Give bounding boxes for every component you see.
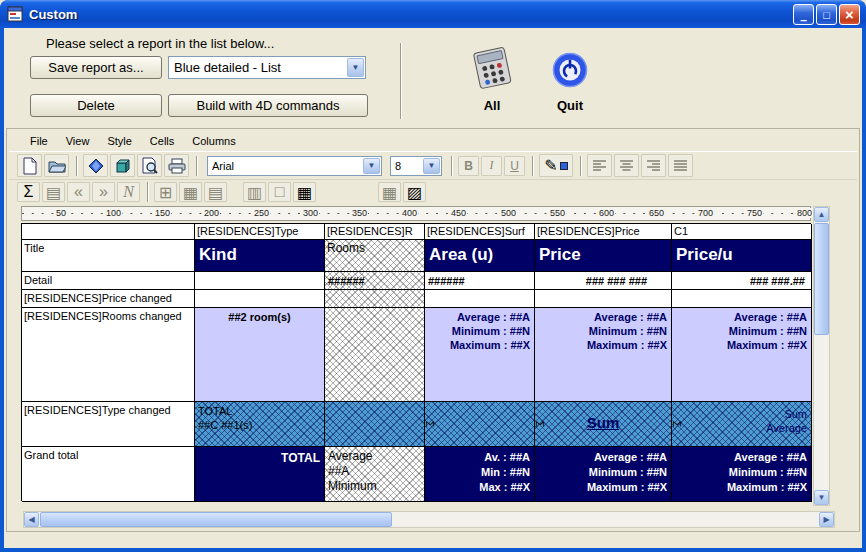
print-preview-button[interactable] (137, 154, 162, 177)
row-label-price-changed[interactable]: [RESIDENCES]Price changed (22, 290, 195, 308)
detail-price-cell[interactable]: ### ### ### (535, 272, 672, 290)
title-rooms-cell[interactable]: Rooms (325, 240, 425, 272)
column-header-price[interactable]: [RESIDENCES]Price (535, 224, 672, 240)
dropdown-arrow-icon[interactable]: ▼ (347, 58, 364, 77)
type-changed-area-cell[interactable]: Σ (425, 402, 535, 447)
rooms-changed-priceu-cell[interactable]: Average : ##A Minimum : ##N Maximum : ##… (672, 308, 812, 402)
row-label-title[interactable]: Title (22, 240, 195, 272)
maximize-button[interactable]: □ (816, 4, 837, 25)
delete-button[interactable]: Delete (30, 94, 162, 117)
scroll-left-icon[interactable]: ◀ (24, 512, 39, 527)
borders-all-button[interactable]: ⊞ (154, 182, 177, 202)
align-center-button[interactable] (614, 154, 639, 177)
stat-line: Minimum : ##N (676, 465, 807, 480)
price-changed-rooms-cell[interactable] (325, 290, 425, 308)
sum-button[interactable]: Σ (17, 182, 40, 202)
price-changed-type-cell[interactable] (195, 290, 325, 308)
rooms-changed-area-cell[interactable]: Average : ##A Minimum : ##N Maximum : ##… (425, 308, 535, 402)
new-document-button[interactable] (17, 154, 42, 177)
rooms-changed-rooms-cell[interactable] (325, 308, 425, 402)
grand-total-price-cell[interactable]: Average : ##A Minimum : ##N Maximum : ##… (535, 447, 672, 502)
title-priceu-cell[interactable]: Price/u (672, 240, 812, 272)
menu-view[interactable]: View (57, 132, 99, 151)
borders-outline-button[interactable]: □ (268, 182, 291, 202)
dropdown-arrow-icon[interactable]: ▼ (363, 158, 380, 174)
dropdown-arrow-icon[interactable]: ▼ (423, 158, 440, 174)
scroll-up-icon[interactable]: ▲ (814, 207, 829, 222)
column-header-c1[interactable]: C1 (672, 224, 812, 240)
type-changed-type-cell[interactable]: TOTAL ##C ##1(s) (195, 402, 325, 447)
grand-total-type-cell[interactable]: TOTAL (195, 447, 325, 502)
row-label-type-changed[interactable]: [RESIDENCES]Type changed (22, 402, 195, 447)
horizontal-scrollbar[interactable]: ◀ ▶ (23, 511, 835, 528)
column-header-surf[interactable]: [RESIDENCES]Surf (425, 224, 535, 240)
build-with-4d-commands-button[interactable]: Build with 4D commands (168, 94, 368, 117)
horizontal-scrollbar-thumb[interactable] (40, 512, 392, 527)
title-area-cell[interactable]: Area (u) (425, 240, 535, 272)
menu-columns[interactable]: Columns (183, 132, 244, 151)
detail-priceu-cell[interactable]: ### ###.## (672, 272, 812, 290)
gem-blue-button[interactable] (83, 154, 108, 177)
font-family-dropdown[interactable]: Arial ▼ (207, 156, 382, 176)
quit-button[interactable]: Quit (528, 46, 612, 113)
align-left-button[interactable] (587, 154, 612, 177)
type-changed-rooms-cell[interactable] (325, 402, 425, 447)
corner-cell[interactable] (22, 224, 195, 240)
font-size-dropdown[interactable]: 8 ▼ (390, 156, 442, 176)
borders-inner-button[interactable]: ▦ (179, 182, 202, 202)
menu-cells[interactable]: Cells (141, 132, 183, 151)
shift-right-button[interactable]: » (92, 182, 115, 202)
report-style-dropdown[interactable]: Blue detailed - List ▼ (168, 56, 366, 79)
price-changed-price-cell[interactable] (535, 290, 672, 308)
underline-button[interactable]: U (504, 156, 525, 176)
grand-total-priceu-cell[interactable]: Average : ##A Minimum : ##N Maximum : ##… (672, 447, 812, 502)
bold-button[interactable]: B (458, 156, 479, 176)
price-changed-area-cell[interactable] (425, 290, 535, 308)
title-bar[interactable]: Custom – □ × (0, 0, 866, 28)
price-changed-priceu-cell[interactable] (672, 290, 812, 308)
align-right-button[interactable] (641, 154, 666, 177)
detail-rooms-cell[interactable]: ###### (325, 272, 425, 290)
rooms-changed-price-cell[interactable]: Average : ##A Minimum : ##N Maximum : ##… (535, 308, 672, 402)
vertical-scrollbar[interactable]: ▲ ▼ (813, 206, 830, 506)
detail-area-cell[interactable]: ###### (425, 272, 535, 290)
rooms-changed-type-cell[interactable]: ##2 room(s) (195, 308, 325, 402)
borders-vertical-button[interactable]: ▥ (243, 182, 266, 202)
fill-pattern-button[interactable]: ▦ (378, 182, 401, 202)
shift-left-button[interactable]: « (67, 182, 90, 202)
scroll-down-icon[interactable]: ▼ (814, 490, 829, 505)
column-header-rooms[interactable]: [RESIDENCES]R (325, 224, 425, 240)
close-button[interactable]: × (839, 4, 860, 25)
fill-color-button[interactable]: ▨ (403, 182, 426, 202)
calculator-icon (450, 46, 534, 96)
menu-file[interactable]: File (21, 132, 57, 151)
row-label-rooms-changed[interactable]: [RESIDENCES]Rooms changed (22, 308, 195, 402)
open-button[interactable] (44, 154, 69, 177)
detail-type-cell[interactable] (195, 272, 325, 290)
printer-button[interactable] (164, 154, 189, 177)
menu-style[interactable]: Style (98, 132, 140, 151)
text-color-button[interactable]: ✎ (539, 154, 573, 177)
grand-total-rooms-cell[interactable]: Average ##A Minimum (325, 447, 425, 502)
align-justify-button[interactable] (668, 154, 693, 177)
title-kind-cell[interactable]: Kind (195, 240, 325, 272)
align-justify-icon (674, 160, 687, 171)
no-style-button[interactable]: N (117, 182, 140, 202)
row-label-grand-total[interactable]: Grand total (22, 447, 195, 502)
all-button[interactable]: All (450, 46, 534, 113)
borders-horizontal-button[interactable]: ▤ (204, 182, 227, 202)
grand-total-area-cell[interactable]: Av. : ##A Min : ##N Max : ##X (425, 447, 535, 502)
clipboard-button[interactable]: ▤ (42, 182, 65, 202)
italic-button[interactable]: I (481, 156, 502, 176)
vertical-scrollbar-thumb[interactable] (814, 223, 829, 335)
title-price-cell[interactable]: Price (535, 240, 672, 272)
minimize-button[interactable]: – (793, 4, 814, 25)
scroll-right-icon[interactable]: ▶ (819, 512, 834, 527)
row-label-detail[interactable]: Detail (22, 272, 195, 290)
save-report-as-button[interactable]: Save report as... (30, 56, 162, 79)
type-changed-priceu-cell[interactable]: Σ Sum Average (672, 402, 812, 447)
grid-pattern-button[interactable]: ▦ (293, 182, 316, 202)
column-header-type[interactable]: [RESIDENCES]Type (195, 224, 325, 240)
gem-teal-button[interactable] (110, 154, 135, 177)
type-changed-price-cell[interactable]: Σ Sum (535, 402, 672, 447)
